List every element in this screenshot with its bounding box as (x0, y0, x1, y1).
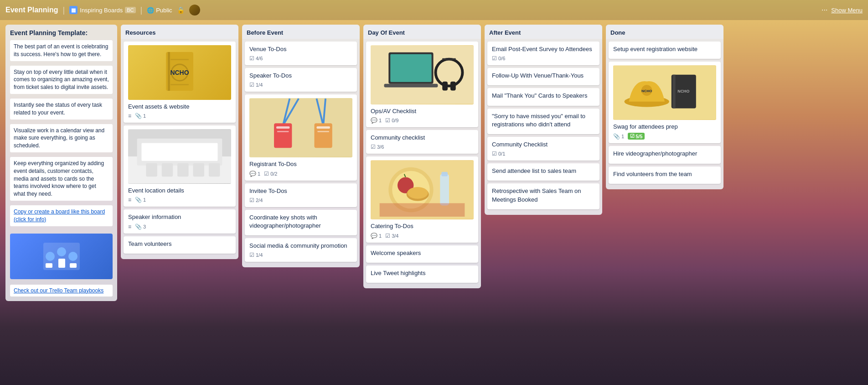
card-meta: ☑1/4 (249, 82, 352, 88)
svg-rect-38 (442, 82, 448, 91)
card-retrospective[interactable]: Retrospective with Sales Team on Meeting… (487, 183, 599, 209)
card-invitee-todos[interactable]: Invitee To-Dos ☑2/4 (245, 183, 357, 207)
card-hire-videographer[interactable]: Hire videographer/photographer (609, 146, 721, 163)
card-title: Catering To-Dos (371, 222, 474, 230)
column-done-header: Done (606, 25, 723, 39)
divider2: | (140, 5, 143, 15)
svg-rect-22 (249, 99, 352, 157)
day-event-cards: Ops/AV Checklist 💬1 ☑0/9 Community check… (363, 39, 481, 288)
meta-comment: 💬1 (371, 117, 382, 124)
card-event-assets[interactable]: NCHO Event assets & website ≡ 📎1 (124, 42, 236, 123)
svg-rect-19 (177, 163, 189, 177)
desc-p3: Instantly see the status of every task r… (10, 99, 113, 120)
card-title: Ops/AV Checklist (371, 107, 474, 115)
show-menu-button[interactable]: Show Menu (831, 7, 863, 14)
card-speaker-info[interactable]: Speaker information ≡ 📎3 (124, 209, 236, 233)
card-title: Hire videographer/photographer (613, 150, 716, 158)
card-catering-todos[interactable]: Catering To-Dos 💬1 ☑3/4 (366, 156, 478, 242)
card-community-checklist-after[interactable]: Community Checklist ☑0/1 (487, 137, 599, 161)
svg-rect-36 (384, 84, 438, 88)
card-meta: ☑3/6 (371, 144, 474, 150)
card-title: Mail "Thank You" Cards to Speakers (492, 92, 595, 100)
desc-p1: The best part of an event is celebrating… (10, 40, 113, 61)
svg-point-2 (57, 247, 66, 256)
desc-p6[interactable]: Copy or create a board like this board (… (10, 205, 113, 226)
card-title: Community checklist (371, 134, 474, 142)
svg-rect-50 (380, 203, 465, 217)
meta-attach: 📎1 (135, 113, 146, 119)
playbook-link[interactable]: Check out our Trello Team playbooks (10, 285, 113, 297)
column-before-event-header: Before Event (242, 25, 360, 39)
svg-rect-48 (440, 174, 449, 206)
card-meta: 📎1 ☑5/5 (613, 133, 716, 140)
card-ops-checklist[interactable]: Ops/AV Checklist 💬1 ☑0/9 (366, 42, 478, 127)
svg-rect-17 (146, 163, 157, 177)
card-welcome-speakers[interactable]: Welcome speakers (366, 245, 478, 263)
card-team-volunteers[interactable]: Team volunteers (124, 236, 236, 254)
card-registrant-todos[interactable]: Registrant To-Dos 💬1 ☑0/2 (245, 94, 357, 180)
card-title: Live Tweet highlights (371, 269, 474, 277)
card-title: Welcome speakers (371, 249, 474, 257)
card-title: Event assets & website (128, 103, 231, 111)
card-title: Follow-Up With Venue/Thank-Yous (492, 72, 595, 80)
meta-checklist: ☑0/1 (492, 151, 505, 157)
card-attendee-list-sales[interactable]: Send attendee list to sales team (487, 163, 599, 181)
meta-comment: 💬1 (371, 233, 382, 239)
svg-rect-16 (141, 143, 217, 161)
divider1: | (63, 5, 65, 15)
workspace-icon: ▦ (69, 6, 78, 14)
swag-image: NCHO NCHO (613, 65, 716, 120)
card-key-shots[interactable]: Coordinate key shots with videographer/p… (245, 210, 357, 235)
meta-checklist: ☑0/6 (492, 55, 505, 62)
card-title: Team volunteers (128, 240, 231, 248)
card-community-checklist[interactable]: Community checklist ☑3/6 (366, 130, 478, 154)
meta-attach: 📎1 (613, 133, 624, 140)
svg-rect-49 (441, 172, 448, 177)
card-venue-todos[interactable]: Venue To-Dos ☑4/6 (245, 42, 357, 65)
meta-checklist: ☑0/9 (385, 117, 398, 124)
card-meta: 💬1 ☑0/9 (371, 117, 474, 124)
card-live-tweet[interactable]: Live Tweet highlights (366, 265, 478, 283)
globe-icon: 🌐 (147, 7, 154, 14)
card-title: Email Post-Event Survey to Attendees (492, 45, 595, 53)
svg-text:NCHO: NCHO (641, 89, 652, 93)
card-swag-prep[interactable]: NCHO NCHO Swag for attendees prep 📎1 ☑5/… (609, 62, 721, 143)
svg-rect-27 (277, 131, 289, 132)
meta-checklist: ☑3/4 (385, 233, 398, 239)
visibility-info[interactable]: 🌐 Public (147, 7, 172, 14)
card-followup-venue[interactable]: Follow-Up With Venue/Thank-Yous (487, 68, 599, 85)
svg-rect-56 (673, 75, 676, 109)
card-meta: ≡ 📎1 (128, 197, 231, 203)
avatar[interactable] (189, 5, 200, 16)
card-title: "Sorry to have missed you" email to regi… (492, 112, 595, 129)
meta-checklist: ☑1/4 (249, 82, 263, 88)
card-meta: ☑2/4 (249, 197, 352, 203)
card-social-media[interactable]: Social media & community promotion ☑1/4 (245, 238, 357, 262)
svg-point-1 (46, 252, 55, 261)
card-post-survey[interactable]: Email Post-Event Survey to Attendees ☑0/… (487, 42, 599, 65)
svg-rect-51 (613, 66, 716, 120)
card-meta: 💬1 ☑3/4 (371, 233, 474, 239)
board: Event Planning Template: The best part o… (0, 20, 868, 385)
meta-comment: 💬1 (249, 171, 260, 177)
workspace-info[interactable]: ▦ Inspiring Boards BC (69, 6, 135, 14)
card-thankyou-cards[interactable]: Mail "Thank You" Cards to Speakers (487, 88, 599, 105)
svg-rect-26 (276, 126, 289, 129)
desc-p5: Keep everything organized by adding even… (10, 157, 113, 201)
card-setup-registration[interactable]: Setup event registration website (609, 42, 721, 59)
card-speaker-todos[interactable]: Speaker To-Dos ☑1/4 (245, 68, 357, 92)
card-find-volunteers[interactable]: Find volunteers from the team (609, 166, 721, 184)
card-title: Coordinate key shots with videographer/p… (249, 213, 352, 230)
card-event-location[interactable]: Event location details ≡ 📎1 (124, 125, 236, 207)
svg-point-47 (408, 187, 428, 199)
meta-desc-icon: ≡ (128, 113, 131, 119)
card-sorry-missed[interactable]: "Sorry to have missed you" email to regi… (487, 109, 599, 134)
lock-icon: 🔒 (177, 6, 185, 14)
card-title: Send attendee list to sales team (492, 167, 595, 175)
svg-point-3 (68, 252, 78, 261)
card-title: Speaker information (128, 213, 231, 221)
meta-checklist: ☑0/2 (264, 171, 277, 177)
column-day-header: Day Of Event (363, 25, 481, 39)
more-options-icon[interactable]: ··· (822, 6, 827, 14)
description-title: Event Planning Template: (10, 29, 113, 36)
